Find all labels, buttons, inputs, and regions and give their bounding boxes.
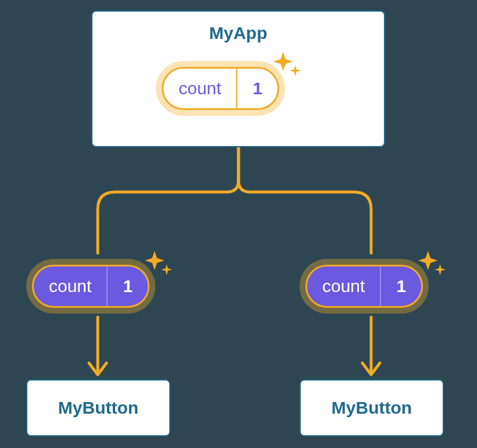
prop-label: count bbox=[307, 266, 380, 306]
prop-value: 1 bbox=[106, 266, 148, 306]
state-pill-myapp: count 1 bbox=[156, 61, 285, 116]
node-title: MyButton bbox=[58, 398, 138, 418]
component-node-mybutton-right: MyButton bbox=[300, 379, 444, 436]
sparkle-icon bbox=[144, 250, 174, 280]
node-title: MyButton bbox=[332, 398, 412, 418]
component-node-mybutton-left: MyButton bbox=[26, 379, 170, 436]
prop-value: 1 bbox=[380, 266, 421, 306]
prop-label: count bbox=[34, 266, 106, 306]
node-title: MyApp bbox=[209, 23, 268, 43]
sparkle-icon bbox=[272, 51, 302, 81]
prop-pill-right: count 1 bbox=[300, 259, 429, 314]
state-label: count bbox=[163, 69, 236, 108]
sparkle-icon bbox=[417, 250, 447, 280]
prop-pill-left: count 1 bbox=[26, 259, 155, 314]
state-value: 1 bbox=[236, 69, 277, 108]
